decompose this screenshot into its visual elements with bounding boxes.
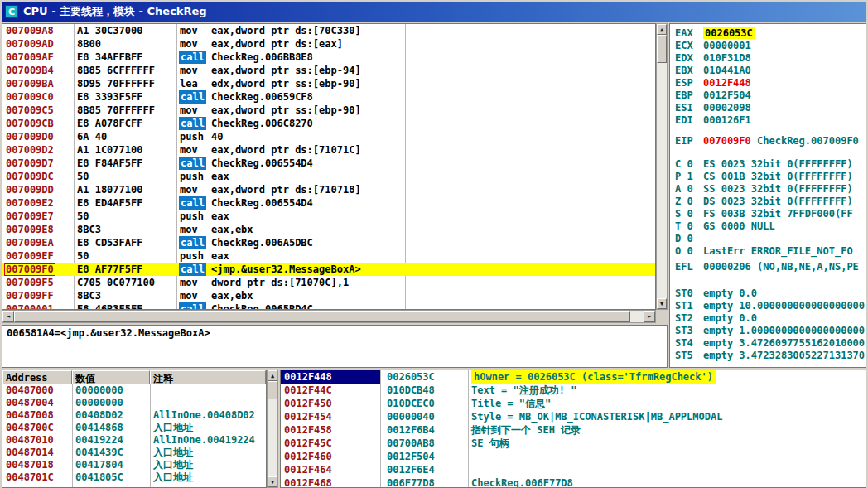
disasm-row[interactable]: 007009F5C705 0C077100movdword ptr ds:[71… [2, 276, 655, 289]
flag-name-value: C 0 [675, 158, 703, 171]
stack-row[interactable]: 0012F45400000040Style = MB_OK|MB_ICONAST… [281, 410, 866, 423]
scrollbar-track[interactable] [657, 63, 667, 298]
flag-row[interactable]: A 0SS 0023 32bit 0(FFFFFFFF) [675, 183, 866, 196]
fpu-register-row[interactable]: ST0empty 0.0 [675, 287, 866, 300]
scrollbar-corner [656, 310, 668, 323]
info-pane[interactable]: 006581A4=<jmp.&user32.MessageBoxA> [2, 325, 668, 368]
register-row[interactable]: ECX00000001 [675, 40, 866, 52]
disasm-row[interactable]: 007009A8A1 30C37000moveax,dword ptr ds:[… [2, 24, 655, 37]
flag-row[interactable]: Z 0DS 0023 32bit 0(FFFFFFFF) [675, 196, 866, 208]
scrollbar-track[interactable] [630, 311, 644, 322]
dump-address: 0048700C [6, 422, 54, 434]
register-row[interactable]: EDX010F31D8 [675, 52, 866, 65]
flag-row[interactable]: P 1CS 001B 32bit 0(FFFFFFFF) [675, 171, 866, 183]
register-row[interactable]: ESP0012F448 [675, 77, 866, 89]
dump-row[interactable]: 0048701800417804入口地址 [2, 459, 266, 471]
register-row[interactable]: ESI00002098 [675, 102, 866, 114]
dump-header-value[interactable]: 数值 [72, 370, 150, 384]
stack-row[interactable]: 0012F4600012F504 [281, 450, 866, 463]
stack-row[interactable]: 0012F44C010DCB48Text = "注册成功! " [281, 384, 866, 397]
scroll-down-button[interactable]: ▼ [657, 298, 667, 309]
cpu-window-icon[interactable]: C [5, 5, 18, 18]
stack-row[interactable]: 0012F468006F77D8CheckReg.006F77D8 [281, 476, 866, 488]
eflags-row[interactable]: EFL00000206 (NO,NB,NE,A,NS,PE [675, 261, 866, 273]
fpu-register-row[interactable]: ST2empty 0.0 [675, 312, 866, 325]
disasm-row[interactable]: 007009AFE8 34AFFBFFcallCheckReg.006BB8E8 [2, 51, 655, 64]
register-row[interactable]: EDI000126F1 [675, 114, 866, 127]
dump-address: 00487018 [6, 459, 54, 471]
scroll-up-button[interactable]: ▲ [268, 370, 277, 381]
register-row[interactable]: EAX0026053C [675, 27, 866, 40]
flag-row[interactable]: O 0LastErr ERROR_FILE_NOT_FO [675, 245, 866, 258]
scroll-down-button[interactable]: ▼ [268, 476, 277, 487]
dump-row[interactable]: 0048700C00414868入口地址 [2, 422, 266, 434]
fpu-register-row[interactable]: ST4empty 3.4726097755162010000 [675, 337, 866, 350]
scrollbar-thumb[interactable] [657, 35, 667, 63]
disasm-row[interactable]: 007009E88BC3moveax,ebx [2, 223, 655, 236]
disasm-row[interactable]: 007009C0E8 3393F5FFcallCheckReg.00659CF8 [2, 90, 655, 104]
disasm-row[interactable]: 007009D06A 40push40 [2, 130, 655, 143]
stack-row[interactable]: 0012F4480026053ChOwner = 0026053C (class… [281, 370, 866, 384]
disasm-row[interactable]: 007009F0E8 AF77F5FFcall<jmp.&user32.Mess… [2, 263, 655, 276]
flag-row[interactable]: T 0GS 0000 NULL [675, 220, 866, 233]
stack-row[interactable]: 0012F450010DCEC0Title = "信息" [281, 397, 866, 410]
disassembly-horizontal-scrollbar[interactable]: ◄ ► [2, 310, 656, 323]
disasm-row[interactable]: 007009B48B85 6CFFFFFFmoveax,dword ptr ss… [2, 64, 655, 77]
title-bar[interactable]: C CPU - 主要线程，模块 - CheckReg [2, 2, 866, 22]
disasm-row[interactable]: 007009D7E8 F84AF5FFcallCheckReg.006554D4 [2, 157, 655, 170]
scroll-up-button[interactable]: ▲ [657, 24, 667, 35]
stack-pane[interactable]: 0012F4480026053ChOwner = 0026053C (class… [280, 370, 866, 488]
registers-pane[interactable]: EAX0026053CECX00000001EDX010F31D8EBX0104… [669, 23, 866, 368]
dump-header-address[interactable]: Address [2, 370, 72, 384]
disasm-row[interactable]: 007009E2E8 ED4AF5FFcallCheckReg.006554D4 [2, 196, 655, 210]
disasm-row[interactable]: 007009EAE8 CD53FAFFcallCheckReg.006A5DBC [2, 236, 655, 249]
dump-row[interactable]: 0048700800408D02AllInOne.00408D02 [2, 409, 266, 422]
disasm-row[interactable]: 007009DC50pusheax [2, 170, 655, 183]
stack-row[interactable]: 0012F45C00700AB8SE 句柄 [281, 437, 866, 450]
scrollbar-track[interactable] [268, 399, 277, 476]
disasm-row[interactable]: 00700A01E8 46B3F5FFcallCheckReg.0065BD4C [2, 302, 655, 310]
scroll-right-button[interactable]: ► [644, 311, 655, 322]
disasm-row[interactable]: 007009CBE8 A078FCFFcallCheckReg.006C8270 [2, 117, 655, 130]
dump-row[interactable]: 004870140041439C入口地址 [2, 447, 266, 459]
disasm-row[interactable]: 007009AD8B00moveax,dword ptr ds:[eax] [2, 37, 655, 51]
dump-row[interactable]: 0048701000419224AllInOne.00419224 [2, 434, 266, 447]
register-row-eip[interactable]: EIP007009F0 CheckReg.007009F0 [675, 135, 866, 147]
fpu-register-row[interactable]: ST1empty 10.000000000000000000 [675, 300, 866, 312]
disassembly-pane[interactable]: 007009A8A1 30C37000moveax,dword ptr ds:[… [2, 23, 656, 310]
register-value: 010F31D8 [703, 52, 751, 64]
fpu-register-row[interactable]: ST3empty 1.0000000000000000000 [675, 325, 866, 337]
stack-address: 0012F464 [281, 463, 380, 476]
disasm-bytes: 50 [77, 249, 89, 263]
flag-row[interactable]: C 0ES 0023 32bit 0(FFFFFFFF) [675, 158, 866, 171]
register-row[interactable]: EBP0012F504 [675, 89, 866, 102]
fpu-register-row[interactable]: ST5empty 3.4723283005227131370 [675, 350, 866, 362]
dump-row[interactable]: 0048700000000000 [2, 384, 266, 397]
dump-vertical-scrollbar[interactable]: ▲ ▼ [267, 370, 278, 488]
scrollbar-thumb[interactable] [14, 311, 630, 322]
disasm-address: 007009E2 [6, 196, 54, 210]
disasm-row[interactable]: 007009DDA1 18077100moveax,dword ptr ds:[… [2, 183, 655, 196]
dump-pane[interactable]: Address 数值 注释 00487000000000000048700400… [2, 370, 267, 488]
disassembly-vertical-scrollbar[interactable]: ▲ ▼ [656, 23, 668, 310]
dump-row[interactable]: 0048701C0041805C入口地址 [2, 471, 266, 484]
scrollbar-thumb[interactable] [268, 381, 277, 399]
stack-value: 0026053C [387, 370, 435, 384]
disasm-row[interactable]: 007009C58B85 70FFFFFFmoveax,dword ptr ss… [2, 104, 655, 117]
dump-row[interactable]: 0048700400000000 [2, 397, 266, 409]
stack-row[interactable]: 0012F4640012F6E4 [281, 463, 866, 476]
flag-row[interactable]: D 0 [675, 233, 866, 245]
disasm-row[interactable]: 007009EF50pusheax [2, 249, 655, 263]
flag-row[interactable]: S 0FS 003B 32bit 7FFDF000(FF [675, 208, 866, 220]
stack-row[interactable]: 0012F4580012F6B4指针到下一个 SEH 记录 [281, 423, 866, 437]
disasm-mnemonic: mov [180, 143, 198, 157]
scroll-left-button[interactable]: ◄ [2, 311, 14, 322]
disasm-mnemonic: push [180, 210, 204, 223]
dump-header-comment[interactable]: 注释 [150, 370, 266, 384]
disasm-row[interactable]: 007009E750pusheax [2, 210, 655, 223]
disasm-row[interactable]: 007009D2A1 1C077100moveax,dword ptr ds:[… [2, 143, 655, 157]
flag-name-value: T 0 [675, 220, 703, 233]
register-row[interactable]: EBX010441A0 [675, 65, 866, 77]
disasm-row[interactable]: 007009FF8BC3moveax,ebx [2, 289, 655, 302]
disasm-row[interactable]: 007009BA8D95 70FFFFFFleaedx,dword ptr ss… [2, 77, 655, 90]
